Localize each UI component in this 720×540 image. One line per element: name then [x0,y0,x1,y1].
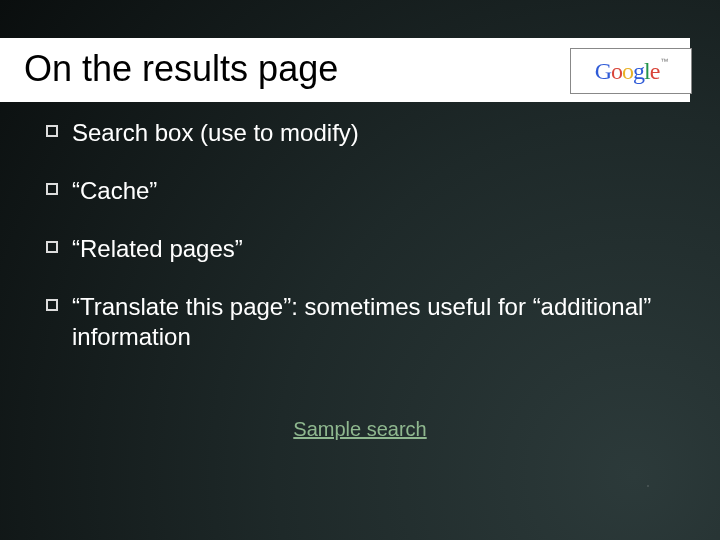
list-item: Search box (use to modify) [46,118,680,148]
list-item: “Cache” [46,176,680,206]
bullet-list: Search box (use to modify) “Cache” “Rela… [46,118,680,380]
slide-title: On the results page [24,48,338,89]
bullet-text: “Translate this page”: sometimes useful … [72,292,680,352]
bullet-text: “Related pages” [72,234,680,264]
sample-search-link[interactable]: Sample search [293,418,426,440]
bullet-text: Search box (use to modify) [72,118,680,148]
slide: On the results page Google™ Search box (… [0,0,720,540]
bullet-icon [46,183,58,195]
google-logo: Google™ [570,48,692,94]
list-item: “Translate this page”: sometimes useful … [46,292,680,352]
bullet-icon [46,299,58,311]
trademark-symbol: ™ [660,57,667,66]
bullet-icon [46,125,58,137]
list-item: “Related pages” [46,234,680,264]
bullet-text: “Cache” [72,176,680,206]
bullet-icon [46,241,58,253]
sample-search-link-container: Sample search [0,418,720,441]
